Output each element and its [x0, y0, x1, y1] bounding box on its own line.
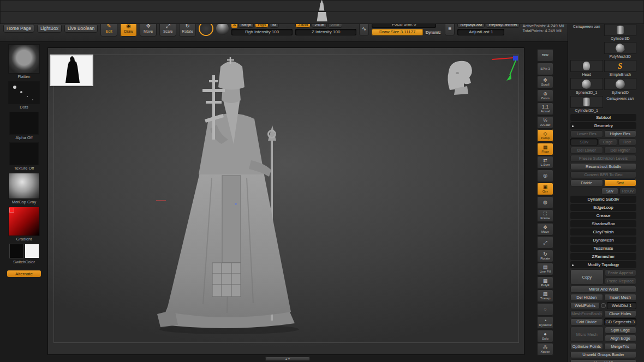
leftbar-item-dots[interactable]: Dots: [7, 82, 41, 110]
suv-button[interactable]: Suv: [601, 188, 618, 195]
section-modify-topology[interactable]: Modify Topology: [570, 261, 636, 268]
tool-item-head[interactable]: Head: [570, 60, 603, 77]
tool-item-sphere3d[interactable]: Sphere3D: [604, 78, 637, 95]
line-fill-button[interactable]: ▤Line Fill: [537, 263, 553, 275]
rgb-intensity-slider[interactable]: Rgb Intensity 100: [231, 29, 293, 35]
lightbox-button[interactable]: LightBox: [37, 24, 62, 33]
leftbar-item-flatten[interactable]: Flatten: [7, 45, 41, 79]
spix-button[interactable]: SPix 3: [537, 63, 553, 75]
cage-button[interactable]: Cage: [599, 138, 617, 146]
section-claypolish[interactable]: ClayPolish: [570, 228, 636, 236]
leftbar-item-gradient[interactable]: Gradient: [7, 207, 41, 242]
rotate-button[interactable]: ↻Rotate: [537, 250, 553, 262]
move-button[interactable]: ✥Move: [537, 223, 553, 236]
paste-append-button[interactable]: Paste Append: [605, 269, 637, 276]
divide-button[interactable]: Divide: [570, 179, 603, 186]
lsym-button[interactable]: ⇄L.Sym: [537, 156, 553, 168]
paste-replace-button[interactable]: Paste Replace: [605, 277, 637, 285]
persp-button[interactable]: ◇Persp: [537, 129, 553, 142]
del-hidden-button[interactable]: Del Hidden: [570, 294, 603, 301]
lower-res-button[interactable]: Lower Res: [570, 130, 603, 137]
scale-button[interactable]: ⤢: [537, 236, 553, 249]
draw-size-slider[interactable]: Draw Size 3.11177: [372, 29, 423, 35]
copy-button[interactable]: Copy: [570, 269, 604, 285]
grid-divide-button[interactable]: Grid Divide: [570, 318, 603, 325]
tool-item-cylinder3d[interactable]: Cylinder3D: [604, 24, 637, 41]
tool-item-simplebrush[interactable]: SSimpleBrush: [604, 60, 637, 77]
document-scrollbar[interactable]: ▲▼: [265, 357, 310, 361]
tool-item-sphere3d-1[interactable]: Sphere3D_1: [570, 78, 603, 95]
home-page-button[interactable]: Home Page: [3, 24, 34, 33]
dynamic-toggle[interactable]: Dynamic: [424, 30, 442, 35]
scroll-button[interactable]: ✥Scroll: [537, 76, 553, 88]
reconstruct-subdiv-button[interactable]: Reconstruct Subdiv: [570, 163, 636, 170]
solo-button[interactable]: ●Solo: [537, 330, 553, 342]
statue-thumbnail: [568, 7, 644, 12]
del-higher-button[interactable]: Del Higher: [604, 147, 637, 154]
tool-item-cylinder3d-1[interactable]: Cylinder3D_1: [570, 96, 603, 113]
section-crease[interactable]: Crease: [570, 212, 636, 219]
leftbar-item-matcap-gray[interactable]: MatCap Gray: [7, 173, 41, 204]
section-tessimate[interactable]: Tessimate: [570, 245, 636, 252]
polyf-button[interactable]: ▦PolyF: [537, 276, 553, 289]
convert-bpr-to-geo-button[interactable]: Convert BPR To Geo: [570, 171, 636, 178]
section-zremesher[interactable]: ZRemesher: [570, 253, 636, 260]
dynamic-button[interactable]: ◔Dynamic: [537, 316, 553, 329]
unweld-all-button[interactable]: Unweld All: [570, 359, 636, 362]
actual-button[interactable]: 1:1Actual: [537, 102, 553, 115]
section-dynamesh[interactable]: DynaMesh: [570, 237, 636, 244]
tool-item-item[interactable]: Священник зал: [570, 24, 603, 59]
xpose-button[interactable]: ⁂Xpose: [537, 343, 553, 355]
adjust-last-slider[interactable]: AdjustLast 1: [457, 29, 504, 35]
align-edge-button[interactable]: Align Edge: [605, 335, 637, 342]
micro-mesh-button[interactable]: Micro Mesh: [570, 327, 604, 342]
leftbar-item-texture-off[interactable]: Texture Off: [7, 143, 41, 171]
insert-mesh-button[interactable]: Insert Mesh: [604, 294, 637, 301]
strip-label: Qvz: [542, 190, 548, 194]
reluv-button[interactable]: RelUV: [619, 188, 636, 195]
local-symmetry-button[interactable]: ◎: [537, 170, 553, 182]
see-through-button[interactable]: ◍: [537, 196, 553, 209]
tool-item-polymesh3d[interactable]: PolyMesh3D: [604, 42, 637, 59]
section-geometry[interactable]: Geometry: [570, 122, 636, 129]
freeze-subdivision-levels-button[interactable]: Freeze SubDivision Levels: [570, 155, 636, 162]
del-lower-button[interactable]: Del Lower: [570, 147, 603, 154]
transp-button[interactable]: ▨Transp: [537, 289, 553, 302]
section-dynamic-subdiv[interactable]: Dynamic Subdiv: [570, 196, 636, 203]
qvz-button[interactable]: ▣Qvz: [537, 183, 553, 195]
floor-button[interactable]: ▦Floor: [537, 143, 553, 155]
section-shadowbox[interactable]: ShadowBox: [570, 220, 636, 227]
bpr-button[interactable]: BPR: [537, 49, 553, 62]
live-boolean-button[interactable]: Live Boolean: [64, 24, 98, 33]
document-canvas[interactable]: [48, 48, 524, 354]
frame-button[interactable]: ⛶Frame: [537, 209, 553, 222]
weld-toggle[interactable]: [601, 303, 606, 308]
ghost-button[interactable]: ◌: [537, 303, 553, 316]
gd-segments-3-button[interactable]: GD Segments 3: [604, 318, 637, 325]
mergetris-button[interactable]: MergeTris: [604, 343, 637, 350]
leftbar-item-alpha-off[interactable]: Alpha Off: [7, 112, 41, 140]
smt-button[interactable]: Smt: [604, 179, 637, 186]
mirror-and-weld-button[interactable]: Mirror And Weld: [570, 286, 636, 293]
alternate-button[interactable]: Alternate: [7, 270, 41, 277]
z-intensity-slider[interactable]: Z Intensity 100: [295, 29, 356, 35]
leftbar-item-switchcolor[interactable]: SwitchColor: [7, 244, 41, 264]
secondary-color-swatch[interactable]: [25, 244, 39, 258]
meshfrombrush-button[interactable]: MeshFromBrush: [570, 310, 603, 317]
sdiv-button[interactable]: SDiv: [570, 138, 598, 146]
rotr-button[interactable]: Rotr: [618, 138, 636, 146]
aahalf-button[interactable]: ½AAHalf: [537, 116, 553, 129]
zoom-button[interactable]: ⊕Zoom: [537, 89, 553, 102]
main-color-swatch[interactable]: [10, 244, 23, 258]
spin-edge-button[interactable]: Spin Edge: [605, 327, 637, 334]
weldpoints-button[interactable]: WeldPoints: [570, 302, 600, 309]
optimize-points-button[interactable]: Optimize Points: [570, 343, 603, 350]
tool-item-item[interactable]: Священник зал: [604, 96, 637, 113]
close-holes-button[interactable]: Close Holes: [604, 310, 637, 317]
welddist-1-button[interactable]: WeldDist 1: [607, 302, 636, 309]
section-subtool[interactable]: Subtool: [570, 114, 636, 121]
section-edgeloop[interactable]: EdgeLoop: [570, 204, 636, 211]
higher-res-button[interactable]: Higher Res: [604, 130, 637, 137]
alpha-silhouette-thumbnail[interactable]: [51, 56, 92, 85]
unweld-groups-border-button[interactable]: Unweld Groups Border: [570, 351, 636, 358]
